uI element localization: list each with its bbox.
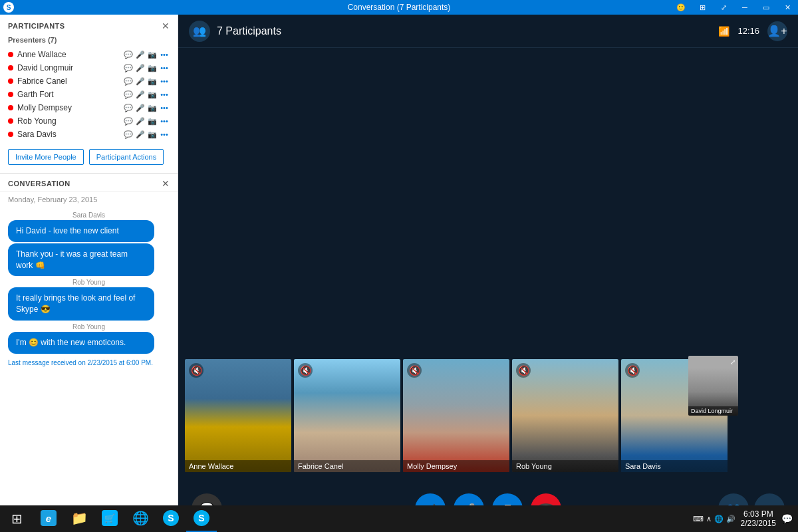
- chat-icon-rob[interactable]: 💬: [123, 117, 134, 126]
- mic-icon-sara[interactable]: 🎤: [135, 130, 146, 139]
- more-icon-anne[interactable]: •••: [159, 51, 170, 59]
- participant-icons-david: 💬 🎤 📷 •••: [123, 64, 170, 72]
- participants-section: PARTICIPANTS ✕ Presenters (7) Anne Walla…: [0, 15, 178, 174]
- status-dot-fabrice: [8, 78, 13, 84]
- taskbar-clock: 6:03 PM: [741, 509, 776, 519]
- taskbar-chrome[interactable]: 🌐: [125, 505, 156, 532]
- status-dot-rob: [8, 118, 13, 124]
- participant-actions: Invite More People Participant Actions: [0, 141, 178, 173]
- participant-icons-garth: 💬 🎤 📷 •••: [123, 90, 170, 99]
- participants-header: PARTICIPANTS ✕: [0, 15, 178, 35]
- participant-name-molly: Molly Dempsey: [17, 103, 123, 112]
- taskbar-ie[interactable]: e: [33, 505, 64, 532]
- participant-david: David Longmuir 💬 🎤 📷 •••: [0, 61, 178, 74]
- more-icon-molly[interactable]: •••: [159, 104, 170, 112]
- participants-close-icon[interactable]: ✕: [162, 21, 170, 31]
- taskbar-store[interactable]: 🛒: [94, 505, 125, 532]
- left-panel: PARTICIPANTS ✕ Presenters (7) Anne Walla…: [0, 15, 178, 532]
- right-panel: 👥 7 Participants 📶 12:16 👤+ 🔇 Anne Walla…: [178, 15, 798, 532]
- store-icon: 🛒: [102, 510, 118, 526]
- participant-icons-fabrice: 💬 🎤 📷 •••: [123, 77, 170, 86]
- chat-icon-molly[interactable]: 💬: [123, 104, 134, 112]
- mic-icon-fabrice[interactable]: 🎤: [135, 77, 146, 86]
- mic-icon-anne[interactable]: 🎤: [135, 51, 146, 59]
- conversation-date: Monday, February 23, 2015: [0, 192, 178, 206]
- skype-icon-task1: S: [163, 510, 179, 526]
- restore-btn[interactable]: ▭: [755, 0, 777, 15]
- camera-icon-molly[interactable]: 📷: [147, 104, 158, 112]
- tray-up-icon[interactable]: ∧: [706, 515, 712, 523]
- ie-icon: e: [41, 510, 57, 526]
- chat-icon-garth[interactable]: 💬: [123, 90, 134, 99]
- camera-icon-fabrice[interactable]: 📷: [147, 77, 158, 86]
- participant-name-anne: Anne Wallace: [17, 50, 123, 59]
- emoji-btn[interactable]: 🙂: [670, 0, 692, 15]
- invite-more-button[interactable]: Invite More People: [8, 149, 84, 165]
- camera-icon-sara[interactable]: 📷: [147, 130, 158, 139]
- taskbar-time: 6:03 PM 2/23/2015: [741, 509, 776, 528]
- mic-icon-david[interactable]: 🎤: [135, 64, 146, 72]
- close-btn[interactable]: ✕: [777, 0, 798, 15]
- taskbar-folder[interactable]: 📁: [64, 505, 94, 532]
- presenters-label: Presenters (7): [0, 35, 178, 48]
- msg-bubble-2: Thank you - it was a great team work 👊: [8, 243, 154, 277]
- folder-icon: 📁: [71, 510, 87, 526]
- mute-indicator-sara: 🔇: [625, 363, 640, 378]
- msg-bubble-3: It really brings the look and feel of Sk…: [8, 287, 154, 321]
- more-icon-david[interactable]: •••: [159, 64, 170, 72]
- conversation-close-icon[interactable]: ✕: [162, 179, 170, 188]
- video-area: 🔇 Anne Wallace 🔇 Fabrice Canel 🔇 Molly D…: [178, 48, 798, 485]
- more-icon-sara[interactable]: •••: [159, 130, 170, 138]
- grid-btn[interactable]: ⊞: [692, 0, 713, 15]
- conversation-section: CONVERSATION ✕ Monday, February 23, 2015…: [0, 174, 178, 532]
- volume-icon[interactable]: 🔊: [726, 515, 735, 523]
- mic-icon-garth[interactable]: 🎤: [135, 90, 146, 99]
- more-icon-fabrice[interactable]: •••: [159, 77, 170, 85]
- participant-name-sara: Sara Davis: [17, 130, 123, 139]
- mute-indicator-anne: 🔇: [189, 363, 203, 378]
- expand-btn[interactable]: ⤢: [713, 0, 734, 15]
- mic-icon-rob[interactable]: 🎤: [135, 117, 146, 126]
- camera-icon-anne[interactable]: 📷: [147, 51, 158, 59]
- camera-icon-rob[interactable]: 📷: [147, 117, 158, 126]
- taskbar-skype2[interactable]: S: [186, 505, 217, 532]
- chat-icon-david[interactable]: 💬: [123, 64, 134, 72]
- add-person-button[interactable]: 👤+: [767, 21, 787, 41]
- expand-icon-david[interactable]: ⤢: [730, 358, 735, 366]
- taskbar-date: 2/23/2015: [741, 519, 776, 528]
- camera-icon-garth[interactable]: 📷: [147, 90, 158, 99]
- participant-actions-button[interactable]: Participant Actions: [89, 149, 164, 165]
- chat-icon-sara[interactable]: 💬: [123, 130, 134, 139]
- participant-icons-anne: 💬 🎤 📷 •••: [123, 51, 170, 59]
- conversation-title: CONVERSATION: [8, 180, 70, 188]
- more-icon-garth[interactable]: •••: [159, 90, 170, 98]
- participant-name-rob: Rob Young: [17, 116, 123, 126]
- status-dot-david: [8, 65, 13, 70]
- chat-icon-fabrice[interactable]: 💬: [123, 77, 134, 86]
- titlebar: S Conversation (7 Participants) 🙂 ⊞ ⤢ ─ …: [0, 0, 798, 15]
- main-container: PARTICIPANTS ✕ Presenters (7) Anne Walla…: [0, 15, 798, 532]
- skype-icon: S: [3, 2, 14, 13]
- notification-icon[interactable]: 💬: [781, 513, 793, 524]
- chrome-icon: 🌐: [132, 510, 148, 526]
- minimize-btn[interactable]: ─: [734, 0, 755, 15]
- participant-icons-sara: 💬 🎤 📷 •••: [123, 130, 170, 139]
- participant-rob: Rob Young 💬 🎤 📷 •••: [0, 114, 178, 128]
- mute-indicator-molly: 🔇: [407, 363, 422, 378]
- video-card-anne: 🔇 Anne Wallace: [185, 359, 291, 472]
- camera-icon-david[interactable]: 📷: [147, 64, 158, 72]
- video-name-anne: Anne Wallace: [185, 460, 291, 472]
- video-name-fabrice: Fabrice Canel: [294, 460, 400, 472]
- msg-bubble-4: I'm 😊 with the new emoticons.: [8, 332, 154, 354]
- status-dot-garth: [8, 92, 13, 97]
- taskbar-skype1[interactable]: S: [156, 505, 186, 532]
- topbar-right: 📶 12:16 👤+: [718, 21, 787, 41]
- windows-start-button[interactable]: ⊞: [0, 505, 33, 532]
- participants-count: 7 Participants: [217, 25, 281, 37]
- last-message-notice: Last message received on 2/23/2015 at 6:…: [0, 355, 178, 370]
- mic-icon-molly[interactable]: 🎤: [135, 104, 146, 112]
- chat-icon-anne[interactable]: 💬: [123, 51, 134, 59]
- more-icon-rob[interactable]: •••: [159, 117, 170, 125]
- titlebar-logo: S: [3, 2, 14, 13]
- taskbar-right: ⌨ ∧ 🌐 🔊 6:03 PM 2/23/2015 💬: [693, 509, 798, 528]
